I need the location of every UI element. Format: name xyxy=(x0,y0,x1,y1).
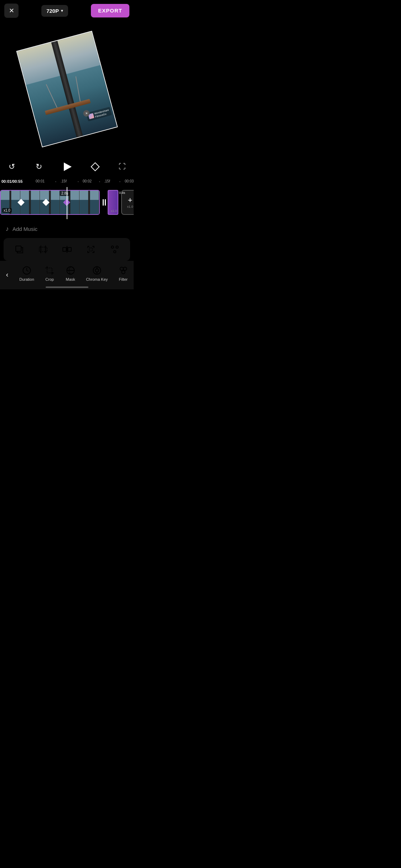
resolution-selector[interactable]: 720P ▾ xyxy=(41,5,68,17)
svg-rect-12 xyxy=(47,268,52,273)
dot-1: • xyxy=(55,180,56,183)
svg-rect-0 xyxy=(16,246,21,251)
close-button[interactable] xyxy=(4,4,19,18)
svg-rect-5 xyxy=(68,248,71,252)
nav-item-filter[interactable]: Filter xyxy=(115,264,132,283)
current-total-time: 00:01/00:55 xyxy=(1,179,22,184)
clip-speed-label: x1.0 xyxy=(111,209,117,213)
nav-item-crop-label: Crop xyxy=(45,277,54,281)
undo-button[interactable] xyxy=(5,160,18,173)
svg-rect-10 xyxy=(113,250,116,253)
speed-badge: x1.0 xyxy=(2,208,12,213)
redo-button[interactable] xyxy=(32,160,45,173)
video-strip[interactable]: 2.8s x1.0 xyxy=(0,190,100,215)
add-music-label: Add Music xyxy=(12,226,37,232)
nav-back-button[interactable]: ‹ xyxy=(0,264,14,285)
undo-icon xyxy=(9,162,15,171)
clip-duration-badge: 0.4s xyxy=(118,191,126,195)
filter-icon xyxy=(110,245,119,254)
nav-item-mask-label: Mask xyxy=(66,277,75,281)
svg-point-16 xyxy=(95,269,98,272)
filter-nav-icon xyxy=(118,265,129,276)
duration-icon xyxy=(21,265,32,276)
music-icon: ♪ xyxy=(6,225,9,233)
nav-item-duration-label: Duration xyxy=(19,277,34,281)
scroll-indicator xyxy=(46,286,88,288)
playhead xyxy=(67,187,67,219)
bottom-nav: ‹ Duration Crop xyxy=(0,261,134,289)
chevron-down-icon: ▾ xyxy=(61,8,63,13)
split-icon xyxy=(62,245,72,254)
time-marker-3: 00:03 xyxy=(125,179,134,183)
secondary-clip[interactable]: 0.4s x1.0 xyxy=(108,190,118,215)
svg-rect-8 xyxy=(111,246,114,248)
dot-2: • xyxy=(78,180,79,183)
chroma-key-icon xyxy=(92,265,102,276)
svg-rect-7 xyxy=(89,248,92,251)
keyframe-icon xyxy=(91,162,99,171)
crop-icon xyxy=(44,265,55,276)
export-label: EXPORT xyxy=(98,7,122,14)
nav-items: Duration Crop Mask xyxy=(14,264,134,283)
fullscreen-button[interactable]: ⛶ xyxy=(116,160,129,173)
duplicate-button[interactable] xyxy=(11,241,28,258)
back-arrow-icon: ‹ xyxy=(6,270,9,279)
nav-item-filter-label: Filter xyxy=(119,277,128,281)
frame-marker-2: .15f xyxy=(104,179,110,183)
video-duration-badge: 2.8s xyxy=(60,191,70,196)
bottom-toolbar xyxy=(4,238,130,261)
keyframe-button[interactable] xyxy=(89,160,102,173)
svg-rect-9 xyxy=(116,246,118,248)
add-clip-speed-label: x1.0 xyxy=(127,205,133,208)
ruler-times: 00:01/00:55 00:01 • .15f • 00:02 • .15f … xyxy=(0,176,134,187)
play-button[interactable] xyxy=(60,159,74,174)
duplicate-icon xyxy=(15,245,24,254)
nav-item-mask[interactable]: Mask xyxy=(62,264,79,283)
play-icon xyxy=(64,162,72,171)
svg-point-20 xyxy=(123,267,127,270)
export-button[interactable]: EXPORT xyxy=(91,4,129,17)
svg-point-21 xyxy=(122,270,125,274)
timeline-ruler: 00:01/00:55 00:01 • .15f • 00:02 • .15f … xyxy=(0,176,134,187)
time-marker-1: 00:01 xyxy=(36,179,45,183)
svg-point-19 xyxy=(120,267,123,270)
top-bar: 720P ▾ EXPORT xyxy=(0,0,134,21)
nav-item-crop[interactable]: Crop xyxy=(41,264,58,283)
dot-3: • xyxy=(99,180,100,183)
crop-corner-button[interactable] xyxy=(82,241,99,258)
nav-item-chroma-label: Chroma Key xyxy=(86,277,108,281)
video-thumbnail xyxy=(17,32,117,147)
trim-button[interactable] xyxy=(35,241,52,258)
pause-icon xyxy=(103,199,106,206)
fullscreen-icon: ⛶ xyxy=(119,162,126,171)
time-marker-2: 00:02 xyxy=(83,179,92,183)
crop-corner-icon xyxy=(86,245,96,254)
filter-button[interactable] xyxy=(106,241,123,258)
timeline-area[interactable]: 2.8s x1.0 0.4s x1.0 + x1.0 xyxy=(0,187,134,219)
redo-icon xyxy=(36,162,42,171)
add-icon: + xyxy=(128,196,133,204)
clip-separator[interactable] xyxy=(101,190,108,215)
dot-4: • xyxy=(119,180,120,183)
video-preview-area: Wondershare FilmoraGo xyxy=(0,21,134,157)
nav-item-chroma-key[interactable]: Chroma Key xyxy=(83,264,110,283)
frame-marker-1: .15f xyxy=(61,179,67,183)
trim-icon xyxy=(38,245,48,254)
svg-rect-4 xyxy=(63,248,66,252)
add-music-bar[interactable]: ♪ Add Music xyxy=(0,221,134,237)
strip-frame-5 xyxy=(79,191,99,214)
resolution-label: 720P xyxy=(46,8,59,14)
mask-icon xyxy=(65,265,76,276)
video-frame: Wondershare FilmoraGo xyxy=(16,31,118,147)
split-button[interactable] xyxy=(58,241,76,258)
playback-controls: ⛶ xyxy=(0,157,134,176)
nav-item-duration[interactable]: Duration xyxy=(16,264,37,283)
